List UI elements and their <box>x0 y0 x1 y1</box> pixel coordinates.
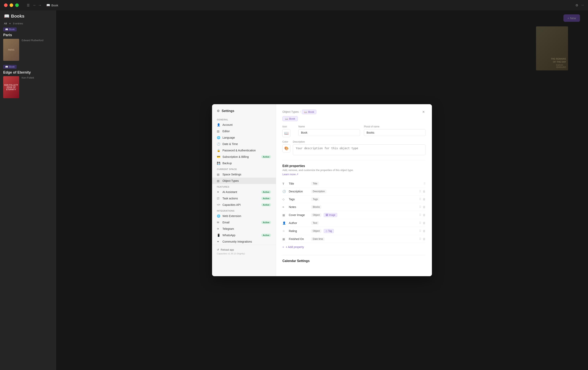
form-group-color: Color 🎨 <box>283 141 290 152</box>
plural-label: Plural of name <box>364 125 426 128</box>
image-chip-icon: 🖼 <box>326 214 328 216</box>
description-input[interactable] <box>293 144 426 155</box>
titlebar-title: Book <box>51 4 58 7</box>
book-info-1: Edward Rutherford <box>21 39 43 61</box>
desc-prop-type: Description <box>311 190 326 193</box>
breadcrumb-current-chip[interactable]: 📖 Book <box>302 109 316 114</box>
notes-prop-actions: ⠿ 🗑 <box>419 205 426 209</box>
list-item[interactable]: 📖 Book Edge of Eternity KEN FOLLETTEDGE … <box>3 65 52 98</box>
drag-handle-icon[interactable]: ⠿ <box>423 182 426 185</box>
name-label: Name <box>298 125 360 128</box>
ai-label: AI Assistant <box>222 190 259 194</box>
maximize-traffic-light[interactable] <box>15 3 19 7</box>
reload-app-button[interactable]: ↺ Reload app <box>217 248 234 251</box>
sidebar-item-editor[interactable]: ▤ Editor <box>212 128 276 134</box>
settings-header-icon: ⚙ <box>217 109 220 113</box>
gear-icon[interactable]: ⚙ <box>575 3 578 7</box>
drag-handle-icon[interactable]: ⠿ <box>419 198 421 201</box>
forward-arrow-icon[interactable]: → <box>38 3 42 7</box>
icon-picker-button[interactable]: 📖 <box>283 129 290 137</box>
sidebar-item-community[interactable]: ✦ Community Integrations <box>212 239 276 245</box>
author-prop-type: Text <box>311 221 319 225</box>
external-link-icon: ↗ <box>296 173 298 176</box>
sidebar-item-language[interactable]: 🌐 Language <box>212 134 276 141</box>
tags-prop-icon: ◇ <box>283 198 286 201</box>
ai-badge: Active <box>261 190 271 194</box>
drag-handle-icon[interactable]: ⠿ <box>419 205 421 209</box>
sidebar-item-backup[interactable]: 💾 Backup <box>212 160 276 166</box>
form-row-desc: Color 🎨 Description <box>283 141 426 155</box>
sidebar-item-datetime[interactable]: 🕐 Date & Time <box>212 141 276 147</box>
sidebar-item-web-extension[interactable]: 🌐 Web Extension <box>212 213 276 219</box>
learn-more-link[interactable]: Learn more ↗ <box>283 173 298 176</box>
drag-handle-icon[interactable]: ⠿ <box>419 221 421 225</box>
notes-prop-type: Blocks <box>311 205 321 209</box>
finished-prop-type: Date time <box>311 237 325 241</box>
desc-label: Description <box>293 141 426 143</box>
object-type-chip-icon: 📖 <box>285 117 288 120</box>
delete-prop-button[interactable]: 🗑 <box>423 221 426 225</box>
book-title-1[interactable]: Paris <box>3 33 52 37</box>
drag-handle-icon[interactable]: ⠿ <box>419 229 421 233</box>
form-row-main: Icon 📖 Name Plural of name <box>283 125 426 137</box>
property-row-title: T Title Title ⠿ <box>283 180 426 188</box>
sidebar-item-object-types[interactable]: ▤ Object Types <box>212 178 276 184</box>
delete-prop-button[interactable]: 🗑 <box>423 190 426 193</box>
finished-prop-icon: ▦ <box>283 237 286 241</box>
modal-close-button[interactable]: × <box>421 109 426 115</box>
title-prop-type: Title <box>311 182 319 185</box>
close-traffic-light[interactable] <box>4 3 8 7</box>
delete-prop-button[interactable]: 🗑 <box>423 213 426 217</box>
email-icon: ✉ <box>217 221 220 224</box>
color-picker-button[interactable]: 🎨 <box>283 144 290 152</box>
sidebar-item-billing[interactable]: 💳 Subscription & Billing Active <box>212 154 276 160</box>
drag-handle-icon[interactable]: ⠿ <box>419 190 421 193</box>
delete-prop-button[interactable]: 🗑 <box>423 198 426 201</box>
add-property-button[interactable]: + + Add property <box>283 243 426 251</box>
minimize-traffic-light[interactable] <box>10 3 13 7</box>
space-settings-label: Space Settings <box>222 173 271 176</box>
book-card-2-content: KEN FOLLETTEDGE OF ETERNITY Ken Follett <box>3 76 52 98</box>
desc-prop-actions: ⠿ 🗑 <box>419 190 426 193</box>
sidebar-item-api[interactable]: </> Capacities API Active <box>212 202 276 208</box>
chevron-down-icon[interactable]: ▼ <box>9 22 11 25</box>
drag-handle-icon[interactable]: ⠿ <box>419 237 421 241</box>
sidebar-item-account[interactable]: 👤 Account <box>212 122 276 128</box>
sidebar-item-email[interactable]: ✉ Email Active <box>212 219 276 226</box>
finished-prop-actions: ⠿ 🗑 <box>419 237 426 241</box>
account-icon: 👤 <box>217 123 220 126</box>
plural-input[interactable] <box>364 129 426 136</box>
author-prop-actions: ⠿ 🗑 <box>419 221 426 225</box>
sidebar-item-telegram[interactable]: ✈ Telegram <box>212 226 276 232</box>
object-type-chip-label: Book <box>289 117 295 120</box>
task-badge: Active <box>261 197 271 200</box>
delete-prop-button[interactable]: 🗑 <box>423 205 426 209</box>
menu-icon[interactable]: ☰ <box>27 3 30 7</box>
sidebar-item-task-actions[interactable]: ☑ Task actions Active <box>212 195 276 202</box>
sidebar-item-ai[interactable]: ✦ AI Assistant Active <box>212 189 276 195</box>
cover-prop-name: Cover Image <box>289 213 309 217</box>
book-title-2[interactable]: Edge of Eternity <box>3 70 52 75</box>
billing-label: Subscription & Billing <box>222 155 259 158</box>
backup-icon: 💾 <box>217 162 220 165</box>
sidebar-header: 📖 Books <box>0 14 56 22</box>
reload-icon: ↺ <box>217 248 219 251</box>
filter-all[interactable]: All <box>4 22 7 25</box>
name-input[interactable] <box>298 129 360 136</box>
notes-prop-name: Notes <box>289 205 309 209</box>
desc-prop-icon: 🕐 <box>283 190 286 193</box>
delete-prop-button[interactable]: 🗑 <box>423 237 426 241</box>
delete-prop-button[interactable]: 🗑 <box>423 229 426 233</box>
rating-prop-icon: ☆ <box>283 229 286 233</box>
form-group-plural: Plural of name <box>364 125 426 137</box>
list-item[interactable]: 📖 Book Paris PARIS Edward Rutherford <box>3 27 52 61</box>
more-icon[interactable]: ··· <box>581 3 584 7</box>
sidebar-item-space-settings[interactable]: ▤ Space Settings <box>212 171 276 178</box>
back-arrow-icon[interactable]: ← <box>33 3 36 7</box>
breadcrumb-parent[interactable]: Object Types <box>283 110 299 113</box>
drag-handle-icon[interactable]: ⠿ <box>419 213 421 217</box>
sidebar-item-password[interactable]: 🔒 Password & Authentication <box>212 147 276 154</box>
tags-prop-actions: ⠿ 🗑 <box>419 198 426 201</box>
property-row-notes: ≡ Notes Blocks ⠿ 🗑 <box>283 203 426 211</box>
sidebar-item-whatsapp[interactable]: 📱 WhatsApp Active <box>212 232 276 239</box>
